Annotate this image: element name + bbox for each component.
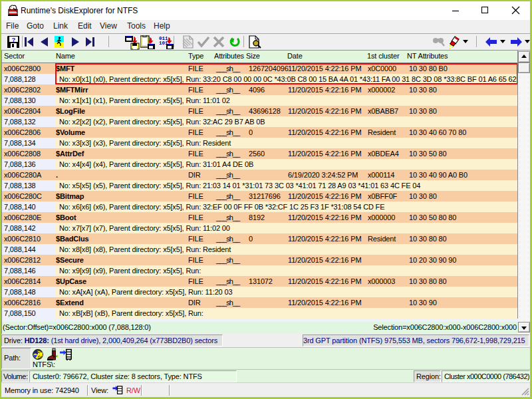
svg-text:?: ?: [12, 37, 16, 43]
